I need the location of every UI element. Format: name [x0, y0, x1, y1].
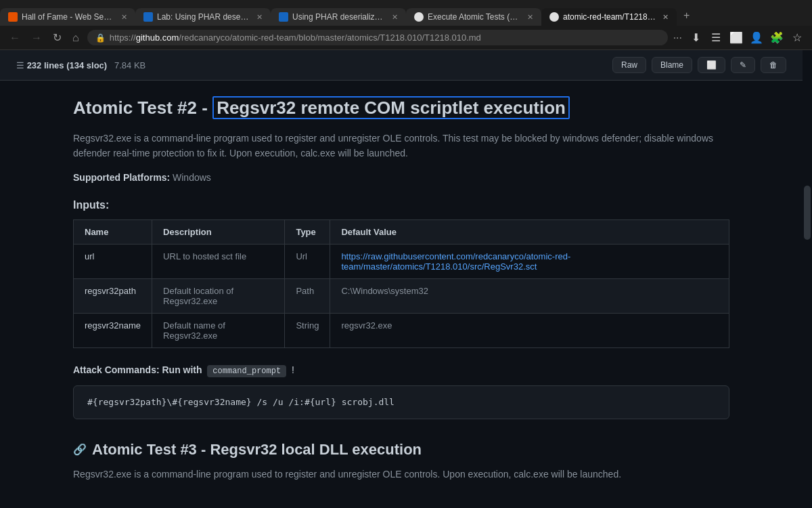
row-description: URL to hosted sct file [152, 244, 285, 278]
row-type: String [285, 313, 330, 347]
tab-close-icon[interactable]: ✕ [121, 13, 127, 22]
url-bar[interactable]: 🔒 https://github.com/redcanaryco/atomic-… [87, 30, 668, 45]
link-icon: 🔗 [73, 443, 87, 456]
delete-button[interactable]: 🗑 [761, 57, 786, 73]
url-text: https://github.com/redcanaryco/atomic-re… [110, 33, 481, 43]
attack-label-suffix: ! [292, 364, 294, 375]
tab-atomic-red-team[interactable]: atomic-red-team/T1218.010.m ✕ [541, 8, 677, 26]
tab-close-icon[interactable]: ✕ [392, 13, 398, 22]
tab-close-icon[interactable]: ✕ [527, 13, 533, 22]
command-prompt-badge: command_prompt [207, 365, 286, 377]
doc-area: Atomic Test #2 - Regsvr32 remote COM scr… [46, 81, 757, 508]
tab-label: atomic-red-team/T1218.010.m [563, 12, 656, 22]
inputs-table: Name Description Type Default Value url … [73, 219, 729, 348]
table-row: regsvr32path Default location of Regsvr3… [74, 278, 729, 313]
bookmark-icon[interactable]: ☆ [789, 31, 805, 44]
default-link[interactable]: https://raw.githubusercontent.com/redcan… [341, 251, 570, 272]
tab-favicon [414, 12, 424, 22]
table-row: url URL to hosted sct file Url https://r… [74, 244, 729, 278]
profile-icon[interactable]: 👤 [748, 31, 765, 44]
tab-label: Lab: Using PHAR deserializatio [157, 12, 250, 22]
col-header-description: Description [152, 219, 285, 244]
url-domain: github.com [136, 33, 179, 43]
forward-button[interactable]: → [28, 30, 45, 45]
browser-body: ☰ 232 lines (134 sloc) 7.84 KB Raw Blame… [0, 50, 812, 508]
tab-groups-icon[interactable]: ⬜ [728, 31, 744, 44]
row-default: https://raw.githubusercontent.com/redcan… [330, 244, 729, 278]
tab-close-icon[interactable]: ✕ [662, 13, 669, 22]
tab-label: Execute Atomic Tests (Remote) [428, 12, 520, 22]
tab-close-icon[interactable]: ✕ [256, 13, 263, 22]
edit-button[interactable]: ✎ [731, 57, 755, 73]
inputs-label: Inputs: [73, 199, 729, 211]
platforms-label: Supported Platforms: [73, 172, 170, 183]
test3-section: 🔗 Atomic Test #3 - Regsvr32 local DLL ex… [73, 441, 729, 482]
tab-execute-atomic[interactable]: Execute Atomic Tests (Remote) ✕ [406, 8, 541, 26]
col-header-type: Type [285, 219, 330, 244]
test2-heading-prefix: Atomic Test #2 - [73, 98, 212, 118]
file-header: ☰ 232 lines (134 sloc) 7.84 KB Raw Blame… [0, 50, 803, 81]
display-button[interactable]: ⬜ [698, 57, 725, 73]
row-type: Path [285, 278, 330, 313]
new-tab-button[interactable]: + [677, 5, 696, 26]
test2-heading-highlight: Regsvr32 remote COM scriptlet execution [212, 96, 570, 119]
tab-hall-of-fame[interactable]: Hall of Fame - Web Security Ac ✕ [0, 8, 135, 26]
col-header-name: Name [74, 219, 152, 244]
test2-platforms: Supported Platforms: Windows [73, 172, 729, 183]
test2-description: Regsvr32.exe is a command-line program u… [73, 131, 729, 161]
test2-heading: Atomic Test #2 - Regsvr32 remote COM scr… [73, 97, 729, 120]
file-actions: Raw Blame ⬜ ✎ 🗑 [612, 57, 786, 73]
row-name: regsvr32path [74, 278, 152, 313]
extensions-icon[interactable]: 🧩 [769, 31, 785, 44]
table-row: regsvr32name Default name of Regsvr32.ex… [74, 313, 729, 347]
blame-button[interactable]: Blame [652, 57, 692, 73]
attack-label-prefix: Attack Commands: Run with [73, 364, 202, 375]
tab-label: Hall of Fame - Web Security Ac [22, 12, 114, 22]
tab-using-phar[interactable]: Using PHAR deserialization to ✕ [271, 8, 406, 26]
tab-favicon [279, 12, 288, 22]
back-button[interactable]: ← [7, 30, 23, 45]
more-options-button[interactable]: ··· [673, 32, 682, 44]
attack-code: #{regsvr32path}\#{regsvr32name} /s /u /i… [87, 397, 394, 407]
row-default: C:\Windows\system32 [330, 278, 729, 313]
toolbar-icons: ⬇ ☰ ⬜ 👤 🧩 ☆ [687, 31, 805, 44]
scrollbar-thumb[interactable] [804, 186, 811, 240]
row-default: regsvr32.exe [330, 313, 729, 347]
row-type: Url [285, 244, 330, 278]
row-description: Default name of Regsvr32.exe [152, 313, 285, 347]
attack-commands: Attack Commands: Run with command_prompt… [73, 364, 729, 419]
address-bar: ← → ↻ ⌂ 🔒 https://github.com/redcanaryco… [0, 26, 812, 50]
download-icon[interactable]: ⬇ [687, 31, 704, 44]
reload-button[interactable]: ↻ [50, 30, 64, 45]
col-header-default: Default Value [330, 219, 729, 244]
raw-button[interactable]: Raw [612, 57, 646, 73]
attack-code-block: #{regsvr32path}\#{regsvr32name} /s /u /i… [73, 385, 729, 419]
row-name: regsvr32name [74, 313, 152, 347]
home-button[interactable]: ⌂ [70, 30, 82, 45]
scrollbar[interactable] [803, 50, 812, 508]
tab-lab-phar[interactable]: Lab: Using PHAR deserializatio ✕ [135, 8, 271, 26]
tab-label: Using PHAR deserialization to [292, 12, 385, 22]
test3-heading: 🔗 Atomic Test #3 - Regsvr32 local DLL ex… [73, 441, 729, 459]
row-name: url [74, 244, 152, 278]
browser-window: Hall of Fame - Web Security Ac ✕ Lab: Us… [0, 0, 812, 508]
row-description: Default location of Regsvr32.exe [152, 278, 285, 313]
tab-bar: Hall of Fame - Web Security Ac ✕ Lab: Us… [0, 0, 812, 26]
tab-favicon [8, 12, 18, 22]
reader-icon[interactable]: ☰ [708, 31, 724, 44]
lock-icon: 🔒 [95, 33, 106, 43]
test3-description: Regsvr32.exe is a command-line program u… [73, 467, 729, 482]
test3-heading-text: Atomic Test #3 - Regsvr32 local DLL exec… [92, 441, 422, 459]
platforms-value: Windows [173, 172, 211, 183]
tab-favicon [143, 12, 153, 22]
url-protocol: https:// [110, 33, 136, 43]
file-lines-info: ☰ 232 lines (134 sloc) 7.84 KB [16, 60, 145, 70]
url-path: /redcanaryco/atomic-red-team/blob/master… [179, 33, 481, 43]
page-content: ☰ 232 lines (134 sloc) 7.84 KB Raw Blame… [0, 50, 803, 508]
tab-favicon [549, 12, 559, 22]
attack-label: Attack Commands: Run with command_prompt… [73, 364, 729, 377]
